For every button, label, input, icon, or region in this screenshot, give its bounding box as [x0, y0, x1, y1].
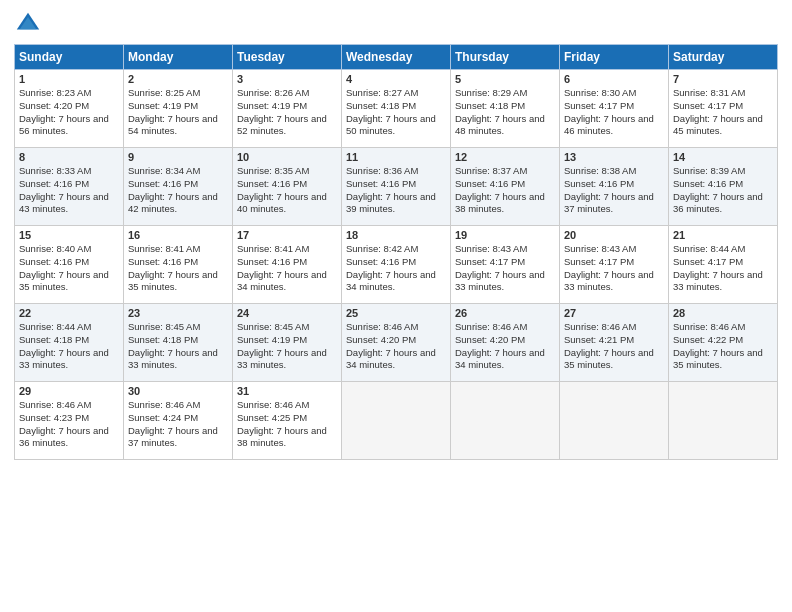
- calendar-week-row: 8Sunrise: 8:33 AMSunset: 4:16 PMDaylight…: [15, 148, 778, 226]
- calendar-cell: 2Sunrise: 8:25 AMSunset: 4:19 PMDaylight…: [124, 70, 233, 148]
- calendar-week-row: 1Sunrise: 8:23 AMSunset: 4:20 PMDaylight…: [15, 70, 778, 148]
- day-number: 31: [237, 385, 337, 397]
- calendar-cell: 6Sunrise: 8:30 AMSunset: 4:17 PMDaylight…: [560, 70, 669, 148]
- calendar-cell: 3Sunrise: 8:26 AMSunset: 4:19 PMDaylight…: [233, 70, 342, 148]
- calendar-cell: 20Sunrise: 8:43 AMSunset: 4:17 PMDayligh…: [560, 226, 669, 304]
- day-number: 24: [237, 307, 337, 319]
- day-number: 3: [237, 73, 337, 85]
- cell-content: Sunrise: 8:27 AMSunset: 4:18 PMDaylight:…: [346, 87, 446, 138]
- calendar-cell: 10Sunrise: 8:35 AMSunset: 4:16 PMDayligh…: [233, 148, 342, 226]
- cell-content: Sunrise: 8:46 AMSunset: 4:20 PMDaylight:…: [346, 321, 446, 372]
- calendar-cell: 14Sunrise: 8:39 AMSunset: 4:16 PMDayligh…: [669, 148, 778, 226]
- day-number: 18: [346, 229, 446, 241]
- calendar-header-row: SundayMondayTuesdayWednesdayThursdayFrid…: [15, 45, 778, 70]
- cell-content: Sunrise: 8:45 AMSunset: 4:19 PMDaylight:…: [237, 321, 337, 372]
- cell-content: Sunrise: 8:30 AMSunset: 4:17 PMDaylight:…: [564, 87, 664, 138]
- day-number: 4: [346, 73, 446, 85]
- weekday-header: Wednesday: [342, 45, 451, 70]
- calendar-week-row: 29Sunrise: 8:46 AMSunset: 4:23 PMDayligh…: [15, 382, 778, 460]
- day-number: 16: [128, 229, 228, 241]
- cell-content: Sunrise: 8:36 AMSunset: 4:16 PMDaylight:…: [346, 165, 446, 216]
- calendar-cell: 5Sunrise: 8:29 AMSunset: 4:18 PMDaylight…: [451, 70, 560, 148]
- day-number: 26: [455, 307, 555, 319]
- cell-content: Sunrise: 8:41 AMSunset: 4:16 PMDaylight:…: [128, 243, 228, 294]
- calendar-cell: 22Sunrise: 8:44 AMSunset: 4:18 PMDayligh…: [15, 304, 124, 382]
- cell-content: Sunrise: 8:38 AMSunset: 4:16 PMDaylight:…: [564, 165, 664, 216]
- day-number: 13: [564, 151, 664, 163]
- calendar-cell: 11Sunrise: 8:36 AMSunset: 4:16 PMDayligh…: [342, 148, 451, 226]
- calendar-week-row: 15Sunrise: 8:40 AMSunset: 4:16 PMDayligh…: [15, 226, 778, 304]
- cell-content: Sunrise: 8:37 AMSunset: 4:16 PMDaylight:…: [455, 165, 555, 216]
- weekday-header: Tuesday: [233, 45, 342, 70]
- day-number: 6: [564, 73, 664, 85]
- cell-content: Sunrise: 8:46 AMSunset: 4:24 PMDaylight:…: [128, 399, 228, 450]
- cell-content: Sunrise: 8:41 AMSunset: 4:16 PMDaylight:…: [237, 243, 337, 294]
- calendar-cell: 26Sunrise: 8:46 AMSunset: 4:20 PMDayligh…: [451, 304, 560, 382]
- calendar-cell: [451, 382, 560, 460]
- calendar-cell: 28Sunrise: 8:46 AMSunset: 4:22 PMDayligh…: [669, 304, 778, 382]
- cell-content: Sunrise: 8:43 AMSunset: 4:17 PMDaylight:…: [455, 243, 555, 294]
- day-number: 19: [455, 229, 555, 241]
- cell-content: Sunrise: 8:45 AMSunset: 4:18 PMDaylight:…: [128, 321, 228, 372]
- cell-content: Sunrise: 8:35 AMSunset: 4:16 PMDaylight:…: [237, 165, 337, 216]
- cell-content: Sunrise: 8:43 AMSunset: 4:17 PMDaylight:…: [564, 243, 664, 294]
- calendar-cell: 29Sunrise: 8:46 AMSunset: 4:23 PMDayligh…: [15, 382, 124, 460]
- day-number: 5: [455, 73, 555, 85]
- calendar-table: SundayMondayTuesdayWednesdayThursdayFrid…: [14, 44, 778, 460]
- calendar-cell: 19Sunrise: 8:43 AMSunset: 4:17 PMDayligh…: [451, 226, 560, 304]
- calendar-cell: 21Sunrise: 8:44 AMSunset: 4:17 PMDayligh…: [669, 226, 778, 304]
- logo-icon: [14, 10, 42, 38]
- cell-content: Sunrise: 8:34 AMSunset: 4:16 PMDaylight:…: [128, 165, 228, 216]
- calendar-cell: 23Sunrise: 8:45 AMSunset: 4:18 PMDayligh…: [124, 304, 233, 382]
- day-number: 8: [19, 151, 119, 163]
- day-number: 21: [673, 229, 773, 241]
- cell-content: Sunrise: 8:29 AMSunset: 4:18 PMDaylight:…: [455, 87, 555, 138]
- calendar-week-row: 22Sunrise: 8:44 AMSunset: 4:18 PMDayligh…: [15, 304, 778, 382]
- header: [14, 10, 778, 38]
- day-number: 29: [19, 385, 119, 397]
- day-number: 10: [237, 151, 337, 163]
- calendar-cell: [669, 382, 778, 460]
- weekday-header: Saturday: [669, 45, 778, 70]
- day-number: 22: [19, 307, 119, 319]
- day-number: 2: [128, 73, 228, 85]
- weekday-header: Friday: [560, 45, 669, 70]
- day-number: 7: [673, 73, 773, 85]
- calendar-cell: [342, 382, 451, 460]
- day-number: 25: [346, 307, 446, 319]
- day-number: 23: [128, 307, 228, 319]
- day-number: 17: [237, 229, 337, 241]
- cell-content: Sunrise: 8:26 AMSunset: 4:19 PMDaylight:…: [237, 87, 337, 138]
- day-number: 15: [19, 229, 119, 241]
- cell-content: Sunrise: 8:44 AMSunset: 4:18 PMDaylight:…: [19, 321, 119, 372]
- cell-content: Sunrise: 8:46 AMSunset: 4:23 PMDaylight:…: [19, 399, 119, 450]
- day-number: 12: [455, 151, 555, 163]
- weekday-header: Monday: [124, 45, 233, 70]
- day-number: 9: [128, 151, 228, 163]
- cell-content: Sunrise: 8:46 AMSunset: 4:22 PMDaylight:…: [673, 321, 773, 372]
- logo: [14, 10, 44, 38]
- calendar-cell: 31Sunrise: 8:46 AMSunset: 4:25 PMDayligh…: [233, 382, 342, 460]
- weekday-header: Thursday: [451, 45, 560, 70]
- page: SundayMondayTuesdayWednesdayThursdayFrid…: [0, 0, 792, 612]
- calendar-cell: 18Sunrise: 8:42 AMSunset: 4:16 PMDayligh…: [342, 226, 451, 304]
- day-number: 30: [128, 385, 228, 397]
- day-number: 1: [19, 73, 119, 85]
- calendar-cell: 24Sunrise: 8:45 AMSunset: 4:19 PMDayligh…: [233, 304, 342, 382]
- calendar-cell: 17Sunrise: 8:41 AMSunset: 4:16 PMDayligh…: [233, 226, 342, 304]
- day-number: 20: [564, 229, 664, 241]
- cell-content: Sunrise: 8:40 AMSunset: 4:16 PMDaylight:…: [19, 243, 119, 294]
- calendar-cell: 13Sunrise: 8:38 AMSunset: 4:16 PMDayligh…: [560, 148, 669, 226]
- day-number: 27: [564, 307, 664, 319]
- calendar-cell: 27Sunrise: 8:46 AMSunset: 4:21 PMDayligh…: [560, 304, 669, 382]
- weekday-header: Sunday: [15, 45, 124, 70]
- cell-content: Sunrise: 8:39 AMSunset: 4:16 PMDaylight:…: [673, 165, 773, 216]
- calendar-cell: 1Sunrise: 8:23 AMSunset: 4:20 PMDaylight…: [15, 70, 124, 148]
- cell-content: Sunrise: 8:44 AMSunset: 4:17 PMDaylight:…: [673, 243, 773, 294]
- day-number: 11: [346, 151, 446, 163]
- cell-content: Sunrise: 8:42 AMSunset: 4:16 PMDaylight:…: [346, 243, 446, 294]
- cell-content: Sunrise: 8:46 AMSunset: 4:25 PMDaylight:…: [237, 399, 337, 450]
- day-number: 28: [673, 307, 773, 319]
- calendar-cell: 12Sunrise: 8:37 AMSunset: 4:16 PMDayligh…: [451, 148, 560, 226]
- calendar-cell: 16Sunrise: 8:41 AMSunset: 4:16 PMDayligh…: [124, 226, 233, 304]
